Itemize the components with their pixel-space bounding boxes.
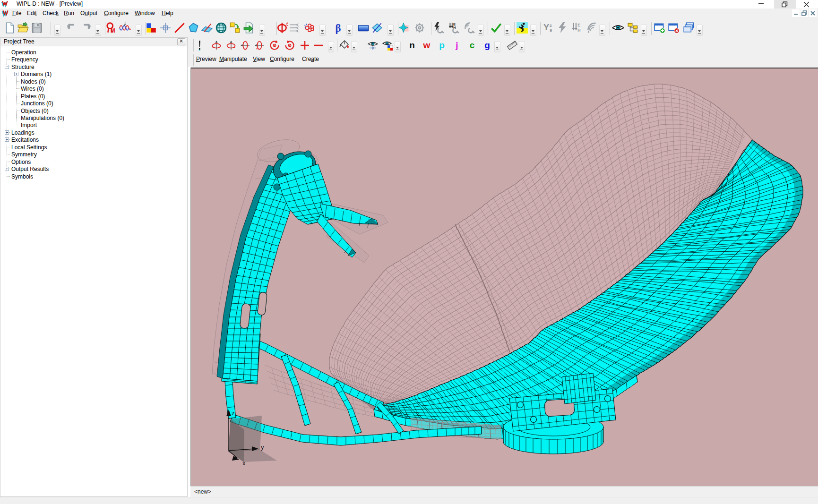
svg-text:Y: Y	[543, 22, 549, 32]
svg-text:j: j	[455, 40, 458, 50]
svg-text:g: g	[484, 40, 490, 50]
svg-text:y: y	[261, 444, 264, 451]
svg-text:z: z	[232, 410, 235, 417]
svg-text:E: E	[577, 23, 580, 27]
svg-text:w: w	[423, 40, 431, 50]
svg-text:M: M	[111, 27, 115, 34]
svg-text:x: x	[242, 460, 246, 467]
svg-text:n: n	[409, 40, 415, 50]
svg-text:p: p	[439, 40, 445, 50]
svg-text:c: c	[470, 40, 475, 50]
svg-text:β: β	[335, 22, 341, 34]
svg-text:s: s	[550, 27, 552, 33]
svg-text:H: H	[577, 28, 580, 33]
